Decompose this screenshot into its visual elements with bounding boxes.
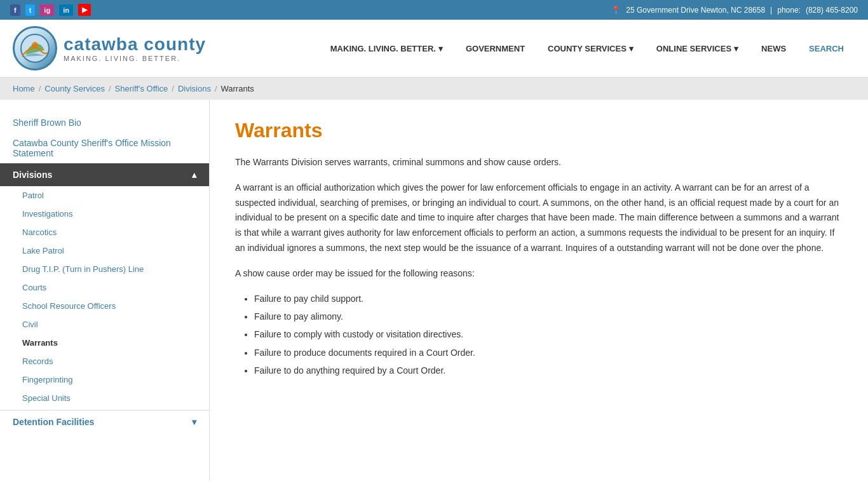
list-item: Failure to pay child support. xyxy=(254,292,843,306)
show-cause-list: Failure to pay child support. Failure to… xyxy=(254,292,843,378)
svg-point-1 xyxy=(32,42,38,48)
content-show-cause-intro: A show cause order may be issued for the… xyxy=(235,266,843,281)
facebook-icon[interactable]: f xyxy=(10,4,20,16)
contact-info: 📍 25 Government Drive Newton, NC 28658 |… xyxy=(611,6,858,15)
logo-circle xyxy=(13,26,57,71)
phone-number[interactable]: (828) 465-8200 xyxy=(806,6,858,15)
logo[interactable]: catawba county MAKING. LIVING. BETTER. xyxy=(13,26,206,71)
page-title: Warrants xyxy=(235,119,843,142)
breadcrumb-divisions[interactable]: Divisions xyxy=(178,84,211,93)
brand-name: catawba county xyxy=(64,34,206,55)
list-item: Failure to pay alimony. xyxy=(254,309,843,323)
main-nav: MAKING. LIVING. BETTER. ▾ GOVERNMENT COU… xyxy=(319,37,855,60)
nav-online-services[interactable]: ONLINE SERVICES ▾ xyxy=(645,37,750,60)
breadcrumb-county-services[interactable]: County Services xyxy=(44,84,105,93)
breadcrumb-sep-4: / xyxy=(215,84,217,93)
sidebar-sheriff-bio[interactable]: Sheriff Brown Bio xyxy=(0,112,209,133)
breadcrumb-home[interactable]: Home xyxy=(13,84,35,93)
sidebar-detention-label: Detention Facilities xyxy=(13,417,94,427)
sidebar-item-school-resource[interactable]: School Resource Officers xyxy=(0,297,209,315)
sidebar-item-civil[interactable]: Civil xyxy=(0,315,209,334)
social-icons: f t ig in ▶ xyxy=(10,4,91,16)
sidebar-item-lake-patrol[interactable]: Lake Patrol xyxy=(0,241,209,260)
sidebar-detention-facilities[interactable]: Detention Facilities ▾ xyxy=(0,410,209,433)
phone-label: phone: xyxy=(777,6,801,15)
youtube-icon[interactable]: ▶ xyxy=(78,4,91,16)
chevron-up-icon: ▴ xyxy=(192,170,196,180)
twitter-icon[interactable]: t xyxy=(25,4,36,16)
breadcrumb-sheriffs-office[interactable]: Sheriff's Office xyxy=(115,84,168,93)
chevron-down-icon: ▾ xyxy=(438,44,443,53)
chevron-down-icon-sidebar: ▾ xyxy=(192,417,196,427)
logo-tagline: MAKING. LIVING. BETTER. xyxy=(64,55,206,62)
nav-search[interactable]: SEARCH xyxy=(797,37,855,60)
sidebar-item-drug-tip[interactable]: Drug T.I.P. (Turn in Pushers) Line xyxy=(0,260,209,278)
breadcrumb: Home / County Services / Sheriff's Offic… xyxy=(0,78,868,100)
sidebar-mission-statement[interactable]: Catawba County Sheriff's Office Mission … xyxy=(0,133,209,163)
list-item: Failure to comply with custody or visita… xyxy=(254,327,843,341)
sidebar: Sheriff Brown Bio Catawba County Sheriff… xyxy=(0,100,210,481)
chevron-down-icon-2: ▾ xyxy=(629,44,634,53)
instagram-icon[interactable]: ig xyxy=(40,4,54,16)
breadcrumb-sep-1: / xyxy=(39,84,41,93)
nav-news[interactable]: NEWS xyxy=(750,37,797,60)
header: catawba county MAKING. LIVING. BETTER. M… xyxy=(0,20,868,78)
content-area: Warrants The Warrants Division serves wa… xyxy=(210,100,868,481)
sidebar-item-patrol[interactable]: Patrol xyxy=(0,186,209,205)
sidebar-divisions-header[interactable]: Divisions ▴ xyxy=(0,163,209,186)
main-content: Sheriff Brown Bio Catawba County Sheriff… xyxy=(0,100,868,481)
separator: | xyxy=(770,6,772,15)
content-intro: The Warrants Division serves warrants, c… xyxy=(235,155,843,170)
top-bar: f t ig in ▶ 📍 25 Government Drive Newton… xyxy=(0,0,868,20)
sidebar-item-warrants[interactable]: Warrants xyxy=(0,334,209,352)
breadcrumb-current: Warrants xyxy=(221,84,254,93)
breadcrumb-sep-2: / xyxy=(109,84,111,93)
sidebar-divisions-label: Divisions xyxy=(13,170,52,180)
sidebar-item-courts[interactable]: Courts xyxy=(0,278,209,297)
address-text: 25 Government Drive Newton, NC 28658 xyxy=(626,6,765,15)
sidebar-item-investigations[interactable]: Investigations xyxy=(0,205,209,223)
nav-making-living-better[interactable]: MAKING. LIVING. BETTER. ▾ xyxy=(319,37,454,60)
sidebar-item-fingerprinting[interactable]: Fingerprinting xyxy=(0,370,209,389)
nav-government[interactable]: GOVERNMENT xyxy=(454,37,536,60)
list-item: Failure to do anything required by a Cou… xyxy=(254,363,843,377)
nav-county-services[interactable]: COUNTY SERVICES ▾ xyxy=(536,37,645,60)
list-item: Failure to produce documents required in… xyxy=(254,346,843,360)
breadcrumb-sep-3: / xyxy=(172,84,174,93)
content-paragraph1: A warrant is an official authorization w… xyxy=(235,180,843,256)
sidebar-item-special-units[interactable]: Special Units xyxy=(0,389,209,407)
location-pin-icon: 📍 xyxy=(611,6,621,15)
logo-text: catawba county MAKING. LIVING. BETTER. xyxy=(64,34,206,62)
sidebar-item-records[interactable]: Records xyxy=(0,352,209,370)
sidebar-item-narcotics[interactable]: Narcotics xyxy=(0,223,209,241)
chevron-down-icon-3: ▾ xyxy=(734,44,738,53)
linkedin-icon[interactable]: in xyxy=(59,4,73,16)
